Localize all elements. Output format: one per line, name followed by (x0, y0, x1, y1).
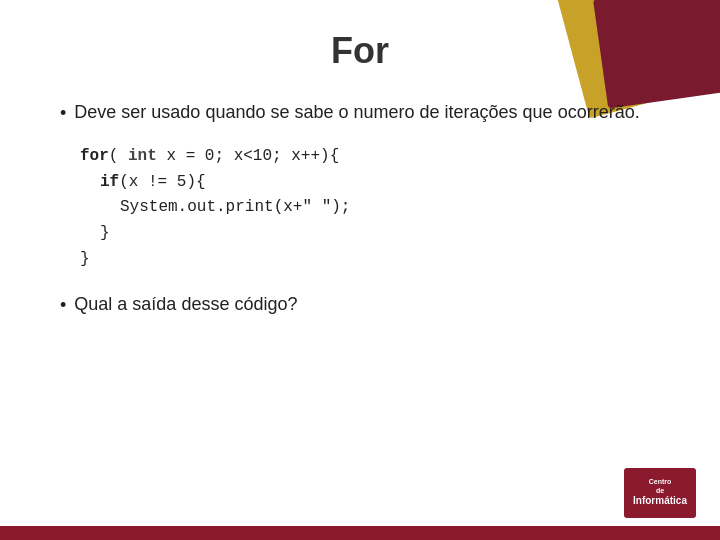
bottom-bar (0, 526, 720, 540)
logo-text-informatica: Informática (633, 495, 687, 507)
logo-container: Centro de Informática (620, 465, 700, 520)
code-line-2: if(x != 5){ (80, 170, 660, 196)
code-line-1: for( int x = 0; x<10; x++){ (80, 144, 660, 170)
code-line-4: } (80, 221, 660, 247)
bullet-1-text: Deve ser usado quando se sabe o numero d… (74, 100, 639, 125)
code-line-5: } (80, 247, 660, 273)
bullet-2-text: Qual a saída desse código? (74, 294, 297, 315)
bullet-1: • Deve ser usado quando se sabe o numero… (60, 100, 660, 126)
slide-content: For • Deve ser usado quando se sabe o nu… (0, 0, 720, 500)
logo-text-centro: Centro (649, 478, 672, 486)
bullet-2: • Qual a saída desse código? (60, 294, 660, 316)
bullet-dot-1: • (60, 101, 66, 126)
logo-box: Centro de Informática (624, 468, 696, 518)
code-block: for( int x = 0; x<10; x++){ if(x != 5){ … (80, 144, 660, 272)
code-line-3: System.out.print(x+" "); (80, 195, 660, 221)
bullet-dot-2: • (60, 295, 66, 316)
slide-title: For (60, 30, 660, 72)
logo-text-de: de (656, 487, 664, 495)
